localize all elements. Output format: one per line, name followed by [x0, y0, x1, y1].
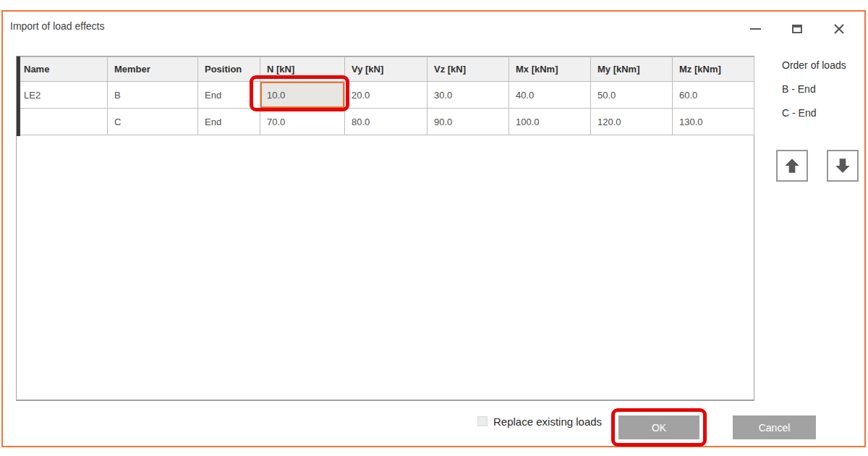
replace-existing-loads-checkbox[interactable] [477, 416, 488, 426]
minimize-button[interactable] [743, 20, 767, 38]
arrow-up-icon [783, 156, 801, 175]
column-header-my: My [kNm] [591, 57, 673, 82]
table-row: C End 70.0 80.0 90.0 100.0 120.0 130.0 [17, 109, 754, 135]
close-button[interactable] [827, 20, 851, 38]
column-header-vz: Vz [kN] [427, 57, 509, 82]
move-down-button[interactable] [827, 150, 859, 182]
cell-mz[interactable]: 130.0 [673, 109, 754, 135]
minimize-icon [750, 28, 761, 30]
cell-position[interactable]: End [198, 109, 260, 135]
maximize-icon [792, 25, 802, 33]
window-controls [743, 20, 851, 38]
order-of-loads-panel: Order of loads B - End C - End [782, 59, 863, 131]
column-header-mz: Mz [kNm] [673, 57, 754, 82]
cell-name[interactable]: LE2 [17, 82, 108, 109]
dialog-title: Import of load effects [10, 20, 104, 32]
row-selection-accent-bar [17, 56, 20, 136]
column-header-member: Member [108, 57, 198, 82]
import-load-effects-dialog: Import of load effects Name [1, 10, 866, 447]
column-header-position: Position [198, 57, 260, 82]
order-item[interactable]: B - End [782, 83, 863, 95]
order-item[interactable]: C - End [782, 107, 863, 119]
column-header-mx: Mx [kNm] [509, 57, 591, 82]
table-header-row: Name Member Position N [kN] Vy [kN] Vz [… [17, 57, 754, 82]
ok-button[interactable]: OK [618, 415, 699, 439]
maximize-button[interactable] [785, 20, 809, 38]
order-move-buttons [776, 150, 859, 182]
cell-n[interactable]: 70.0 [260, 109, 345, 135]
order-of-loads-title: Order of loads [782, 59, 863, 71]
cell-position[interactable]: End [198, 82, 260, 109]
cancel-button[interactable]: Cancel [733, 415, 816, 439]
cell-n-selected[interactable]: 10.0 [260, 82, 345, 109]
cell-vy[interactable]: 20.0 [345, 82, 427, 109]
cell-member[interactable]: C [108, 109, 198, 135]
cell-vz[interactable]: 90.0 [427, 109, 509, 135]
column-header-vy: Vy [kN] [345, 57, 427, 82]
close-icon [834, 24, 844, 34]
cell-mx[interactable]: 40.0 [509, 82, 591, 109]
cell-mx[interactable]: 100.0 [509, 109, 591, 135]
replace-existing-loads-label: Replace existing loads [493, 415, 602, 428]
cell-vz[interactable]: 30.0 [427, 82, 509, 109]
cell-name[interactable] [17, 109, 108, 135]
cell-my[interactable]: 120.0 [591, 109, 673, 135]
table-row: LE2 B End 10.0 20.0 30.0 40.0 50.0 60.0 [17, 82, 754, 109]
column-header-name: Name [17, 57, 108, 82]
column-header-n: N [kN] [260, 57, 345, 82]
cell-my[interactable]: 50.0 [591, 82, 673, 109]
cell-mz[interactable]: 60.0 [673, 82, 754, 109]
cell-member[interactable]: B [108, 82, 198, 109]
cell-vy[interactable]: 80.0 [345, 109, 427, 135]
move-up-button[interactable] [776, 150, 808, 182]
arrow-down-icon [833, 156, 852, 175]
load-effects-table: Name Member Position N [kN] Vy [kN] Vz [… [16, 56, 754, 401]
